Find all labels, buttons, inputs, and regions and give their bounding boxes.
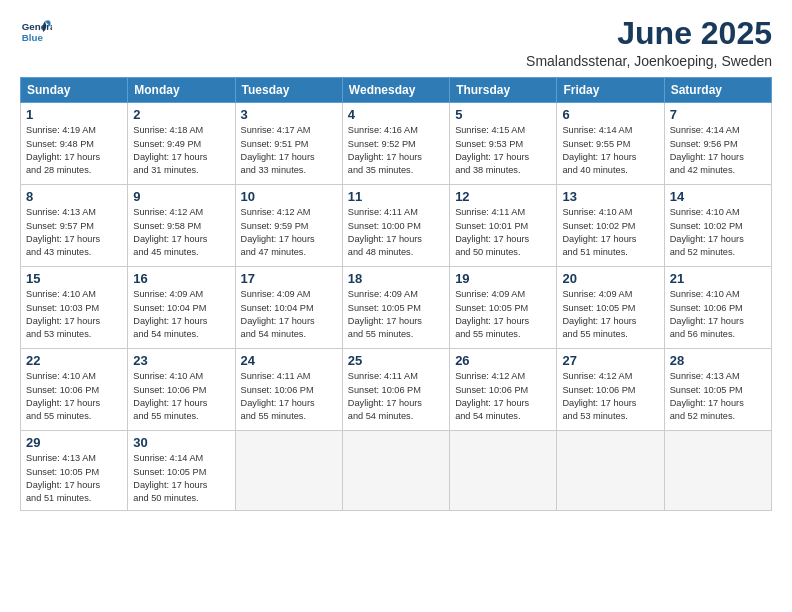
day-info: Sunrise: 4:13 AM Sunset: 10:05 PM Daylig… — [670, 370, 766, 423]
table-row: 15Sunrise: 4:10 AM Sunset: 10:03 PM Dayl… — [21, 267, 128, 349]
table-row: 2Sunrise: 4:18 AM Sunset: 9:49 PM Daylig… — [128, 103, 235, 185]
day-number: 29 — [26, 435, 122, 450]
day-info: Sunrise: 4:12 AM Sunset: 9:59 PM Dayligh… — [241, 206, 337, 259]
day-info: Sunrise: 4:14 AM Sunset: 10:05 PM Daylig… — [133, 452, 229, 505]
day-info: Sunrise: 4:13 AM Sunset: 10:05 PM Daylig… — [26, 452, 122, 505]
table-row: 20Sunrise: 4:09 AM Sunset: 10:05 PM Dayl… — [557, 267, 664, 349]
table-row: 6Sunrise: 4:14 AM Sunset: 9:55 PM Daylig… — [557, 103, 664, 185]
day-number: 20 — [562, 271, 658, 286]
day-number: 12 — [455, 189, 551, 204]
day-info: Sunrise: 4:09 AM Sunset: 10:05 PM Daylig… — [455, 288, 551, 341]
day-number: 5 — [455, 107, 551, 122]
day-info: Sunrise: 4:10 AM Sunset: 10:03 PM Daylig… — [26, 288, 122, 341]
day-info: Sunrise: 4:12 AM Sunset: 10:06 PM Daylig… — [562, 370, 658, 423]
table-row: 4Sunrise: 4:16 AM Sunset: 9:52 PM Daylig… — [342, 103, 449, 185]
logo-icon: General Blue — [20, 16, 52, 48]
day-info: Sunrise: 4:10 AM Sunset: 10:06 PM Daylig… — [26, 370, 122, 423]
day-info: Sunrise: 4:18 AM Sunset: 9:49 PM Dayligh… — [133, 124, 229, 177]
title-block: June 2025 Smalandsstenar, Joenkoeping, S… — [526, 16, 772, 69]
day-info: Sunrise: 4:10 AM Sunset: 10:06 PM Daylig… — [670, 288, 766, 341]
col-monday: Monday — [128, 78, 235, 103]
day-info: Sunrise: 4:09 AM Sunset: 10:05 PM Daylig… — [348, 288, 444, 341]
table-row: 13Sunrise: 4:10 AM Sunset: 10:02 PM Dayl… — [557, 185, 664, 267]
main-title: June 2025 — [526, 16, 772, 51]
day-number: 22 — [26, 353, 122, 368]
day-number: 10 — [241, 189, 337, 204]
day-info: Sunrise: 4:11 AM Sunset: 10:01 PM Daylig… — [455, 206, 551, 259]
calendar: Sunday Monday Tuesday Wednesday Thursday… — [20, 77, 772, 510]
table-row: 7Sunrise: 4:14 AM Sunset: 9:56 PM Daylig… — [664, 103, 771, 185]
header: General Blue June 2025 Smalandsstenar, J… — [20, 16, 772, 69]
day-number: 11 — [348, 189, 444, 204]
svg-text:Blue: Blue — [22, 32, 44, 43]
day-number: 15 — [26, 271, 122, 286]
day-number: 30 — [133, 435, 229, 450]
day-number: 17 — [241, 271, 337, 286]
col-thursday: Thursday — [450, 78, 557, 103]
day-info: Sunrise: 4:19 AM Sunset: 9:48 PM Dayligh… — [26, 124, 122, 177]
table-row: 8Sunrise: 4:13 AM Sunset: 9:57 PM Daylig… — [21, 185, 128, 267]
table-row: 19Sunrise: 4:09 AM Sunset: 10:05 PM Dayl… — [450, 267, 557, 349]
logo: General Blue — [20, 16, 52, 48]
day-info: Sunrise: 4:09 AM Sunset: 10:04 PM Daylig… — [241, 288, 337, 341]
day-number: 4 — [348, 107, 444, 122]
day-info: Sunrise: 4:14 AM Sunset: 9:55 PM Dayligh… — [562, 124, 658, 177]
day-number: 18 — [348, 271, 444, 286]
day-info: Sunrise: 4:12 AM Sunset: 10:06 PM Daylig… — [455, 370, 551, 423]
day-number: 24 — [241, 353, 337, 368]
day-info: Sunrise: 4:10 AM Sunset: 10:02 PM Daylig… — [562, 206, 658, 259]
table-row: 25Sunrise: 4:11 AM Sunset: 10:06 PM Dayl… — [342, 349, 449, 431]
table-row: 1Sunrise: 4:19 AM Sunset: 9:48 PM Daylig… — [21, 103, 128, 185]
day-info: Sunrise: 4:11 AM Sunset: 10:00 PM Daylig… — [348, 206, 444, 259]
day-number: 23 — [133, 353, 229, 368]
day-info: Sunrise: 4:17 AM Sunset: 9:51 PM Dayligh… — [241, 124, 337, 177]
day-number: 25 — [348, 353, 444, 368]
table-row — [342, 431, 449, 510]
day-info: Sunrise: 4:11 AM Sunset: 10:06 PM Daylig… — [348, 370, 444, 423]
day-info: Sunrise: 4:14 AM Sunset: 9:56 PM Dayligh… — [670, 124, 766, 177]
day-number: 19 — [455, 271, 551, 286]
table-row: 5Sunrise: 4:15 AM Sunset: 9:53 PM Daylig… — [450, 103, 557, 185]
table-row: 22Sunrise: 4:10 AM Sunset: 10:06 PM Dayl… — [21, 349, 128, 431]
day-number: 8 — [26, 189, 122, 204]
day-number: 27 — [562, 353, 658, 368]
table-row — [450, 431, 557, 510]
table-row: 9Sunrise: 4:12 AM Sunset: 9:58 PM Daylig… — [128, 185, 235, 267]
day-info: Sunrise: 4:10 AM Sunset: 10:02 PM Daylig… — [670, 206, 766, 259]
day-number: 3 — [241, 107, 337, 122]
subtitle: Smalandsstenar, Joenkoeping, Sweden — [526, 53, 772, 69]
day-number: 21 — [670, 271, 766, 286]
col-friday: Friday — [557, 78, 664, 103]
day-number: 1 — [26, 107, 122, 122]
table-row — [235, 431, 342, 510]
col-saturday: Saturday — [664, 78, 771, 103]
table-row — [664, 431, 771, 510]
table-row: 12Sunrise: 4:11 AM Sunset: 10:01 PM Dayl… — [450, 185, 557, 267]
table-row: 18Sunrise: 4:09 AM Sunset: 10:05 PM Dayl… — [342, 267, 449, 349]
table-row: 24Sunrise: 4:11 AM Sunset: 10:06 PM Dayl… — [235, 349, 342, 431]
calendar-header-row: Sunday Monday Tuesday Wednesday Thursday… — [21, 78, 772, 103]
day-info: Sunrise: 4:12 AM Sunset: 9:58 PM Dayligh… — [133, 206, 229, 259]
day-info: Sunrise: 4:15 AM Sunset: 9:53 PM Dayligh… — [455, 124, 551, 177]
day-number: 9 — [133, 189, 229, 204]
day-number: 16 — [133, 271, 229, 286]
table-row: 26Sunrise: 4:12 AM Sunset: 10:06 PM Dayl… — [450, 349, 557, 431]
table-row: 17Sunrise: 4:09 AM Sunset: 10:04 PM Dayl… — [235, 267, 342, 349]
table-row: 11Sunrise: 4:11 AM Sunset: 10:00 PM Dayl… — [342, 185, 449, 267]
day-number: 6 — [562, 107, 658, 122]
table-row: 14Sunrise: 4:10 AM Sunset: 10:02 PM Dayl… — [664, 185, 771, 267]
table-row: 21Sunrise: 4:10 AM Sunset: 10:06 PM Dayl… — [664, 267, 771, 349]
table-row: 27Sunrise: 4:12 AM Sunset: 10:06 PM Dayl… — [557, 349, 664, 431]
table-row: 16Sunrise: 4:09 AM Sunset: 10:04 PM Dayl… — [128, 267, 235, 349]
day-number: 26 — [455, 353, 551, 368]
table-row: 29Sunrise: 4:13 AM Sunset: 10:05 PM Dayl… — [21, 431, 128, 510]
table-row: 23Sunrise: 4:10 AM Sunset: 10:06 PM Dayl… — [128, 349, 235, 431]
day-info: Sunrise: 4:10 AM Sunset: 10:06 PM Daylig… — [133, 370, 229, 423]
table-row: 3Sunrise: 4:17 AM Sunset: 9:51 PM Daylig… — [235, 103, 342, 185]
day-number: 13 — [562, 189, 658, 204]
day-info: Sunrise: 4:09 AM Sunset: 10:05 PM Daylig… — [562, 288, 658, 341]
col-wednesday: Wednesday — [342, 78, 449, 103]
day-number: 28 — [670, 353, 766, 368]
day-number: 7 — [670, 107, 766, 122]
table-row: 10Sunrise: 4:12 AM Sunset: 9:59 PM Dayli… — [235, 185, 342, 267]
